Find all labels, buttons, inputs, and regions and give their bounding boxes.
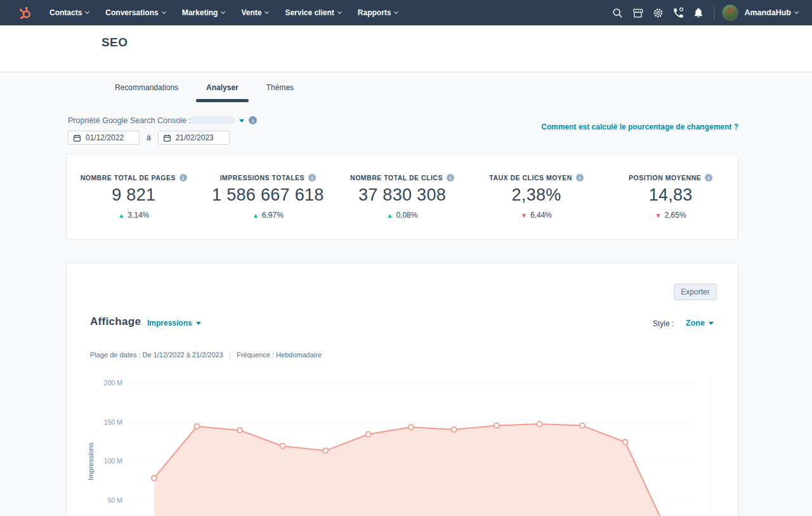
bell-icon (693, 7, 704, 18)
meta-divider: | (229, 350, 231, 359)
info-icon[interactable]: i (180, 174, 187, 182)
chart-date-range: Plage de dates : De 1/12/2022 à 21/2/202… (90, 351, 223, 359)
data-point-marker[interactable] (323, 448, 328, 453)
gear-icon (652, 7, 664, 19)
search-button[interactable] (607, 0, 627, 25)
delta-down-icon: ▼ (655, 212, 662, 219)
top-navbar: Contacts Conversations Marketing Vente S… (0, 0, 812, 25)
date-to-input[interactable]: 21/02/2023 (158, 131, 230, 145)
nav-item-marketing[interactable]: Marketing (174, 0, 233, 25)
data-point-marker[interactable] (409, 425, 414, 430)
chevron-down-icon (394, 10, 398, 14)
chevron-down-icon (221, 10, 225, 14)
chevron-down-icon (794, 10, 799, 14)
delta-value: 2,65% (665, 211, 686, 220)
nav-label: Contacts (49, 8, 82, 17)
stat-delta: ▼2,65% (603, 211, 738, 220)
data-point-marker[interactable] (366, 432, 371, 437)
export-button[interactable]: Exporter (674, 284, 717, 300)
stat-label: NOMBRE TOTAL DE PAGES (81, 174, 176, 182)
kpi-summary-card: NOMBRE TOTAL DE PAGESi 9 821 ▲3,14% IMPR… (66, 154, 738, 240)
settings-button[interactable] (648, 0, 668, 25)
gsc-property-value-redacted (191, 116, 235, 124)
stat-delta: ▲3,14% (67, 211, 201, 220)
caret-down-icon (239, 119, 244, 122)
nav-item-service-client[interactable]: Service client (277, 0, 349, 25)
delta-up-icon: ▲ (387, 212, 393, 219)
y-tick: 100 M (96, 457, 122, 465)
nav-label: Vente (241, 8, 261, 17)
nav-label: Conversations (105, 8, 158, 17)
tab-themes[interactable]: Thèmes (266, 83, 294, 101)
delta-value: 0,08% (396, 211, 417, 220)
gsc-property-select[interactable] (191, 116, 244, 124)
impressions-chart-panel: Exporter Affichage Impressions Style : Z… (66, 263, 738, 516)
marketplace-icon (632, 7, 644, 19)
stat-value: 1 586 667 618 (201, 185, 336, 205)
data-point-marker[interactable] (623, 440, 628, 445)
delta-down-icon: ▼ (521, 212, 527, 219)
info-icon[interactable]: i (249, 116, 257, 124)
data-point-marker[interactable] (537, 421, 542, 427)
topbar-right: AmandaHub (607, 0, 812, 25)
stat-delta: ▲6,97% (201, 211, 336, 220)
nav-label: Rapports (358, 8, 391, 17)
chevron-down-icon (337, 10, 342, 14)
stat-value: 9 821 (67, 185, 201, 205)
stat-delta: ▲0,08% (335, 211, 469, 220)
hubspot-logo[interactable] (18, 6, 32, 20)
stat-total-impressions: IMPRESSIONS TOTALESi 1 586 667 618 ▲6,97… (201, 174, 336, 220)
stat-label: TAUX DE CLICS MOYEN (489, 174, 572, 182)
metric-dropdown[interactable]: Impressions (147, 319, 201, 327)
date-separator-label: à (147, 133, 151, 142)
calls-button[interactable] (668, 0, 688, 25)
tab-analyser[interactable]: Analyser (206, 83, 239, 101)
tab-recommandations[interactable]: Recommandations (115, 83, 178, 101)
user-menu[interactable]: AmandaHub (744, 8, 798, 17)
metric-dropdown-value: Impressions (147, 319, 192, 327)
y-tick: 50 M (96, 496, 122, 504)
data-point-marker[interactable] (152, 475, 157, 480)
chevron-down-icon (85, 10, 89, 14)
stat-delta: ▼6,44% (469, 211, 604, 220)
caret-down-icon (196, 322, 201, 325)
marketplace-button[interactable] (627, 0, 648, 25)
stat-label: IMPRESSIONS TOTALES (220, 174, 304, 182)
data-point-marker[interactable] (237, 428, 242, 433)
delta-up-icon: ▲ (118, 212, 124, 219)
style-dropdown[interactable]: Zone (686, 319, 714, 327)
data-point-marker[interactable] (580, 423, 585, 428)
avatar[interactable] (722, 4, 738, 21)
delta-value: 6,44% (530, 211, 552, 220)
data-point-marker[interactable] (452, 427, 457, 432)
data-point-marker[interactable] (195, 424, 200, 429)
y-tick: 200 M (96, 379, 122, 387)
phone-icon (672, 7, 684, 19)
date-from-input[interactable]: 01/12/2022 (68, 131, 140, 145)
stat-avg-position: POSITION MOYENNEi 14,83 ▼2,65% (603, 174, 738, 220)
chart-frequency: Fréquence : Hebdomadaire (237, 351, 322, 359)
data-point-marker[interactable] (494, 423, 499, 428)
stat-total-clicks: NOMBRE TOTAL DE CLICSi 37 830 308 ▲0,08% (335, 174, 469, 220)
nav-label: Service client (285, 8, 334, 17)
info-icon[interactable]: i (308, 174, 316, 182)
nav-item-contacts[interactable]: Contacts (41, 0, 97, 25)
topbar-divider (714, 6, 714, 20)
nav-item-rapports[interactable]: Rapports (350, 0, 407, 25)
info-icon[interactable]: i (705, 174, 712, 182)
chevron-down-icon (265, 10, 269, 14)
y-axis-label: Impressions (87, 423, 95, 499)
date-range-picker: 01/12/2022 à 21/02/2023 (68, 131, 230, 145)
chevron-down-icon (162, 10, 166, 14)
percentage-change-help-link[interactable]: Comment est calculé le pourcentage de ch… (541, 122, 738, 131)
info-icon[interactable]: i (447, 174, 454, 182)
info-icon[interactable]: i (576, 174, 584, 182)
nav-item-vente[interactable]: Vente (233, 0, 277, 25)
date-from-value: 01/12/2022 (86, 133, 124, 142)
stat-label: NOMBRE TOTAL DE CLICS (350, 174, 443, 182)
data-point-marker[interactable] (280, 444, 285, 449)
stat-label: POSITION MOYENNE (629, 174, 701, 182)
nav-item-conversations[interactable]: Conversations (97, 0, 173, 25)
notifications-button[interactable] (688, 0, 709, 25)
impressions-area-chart[interactable] (128, 375, 716, 516)
